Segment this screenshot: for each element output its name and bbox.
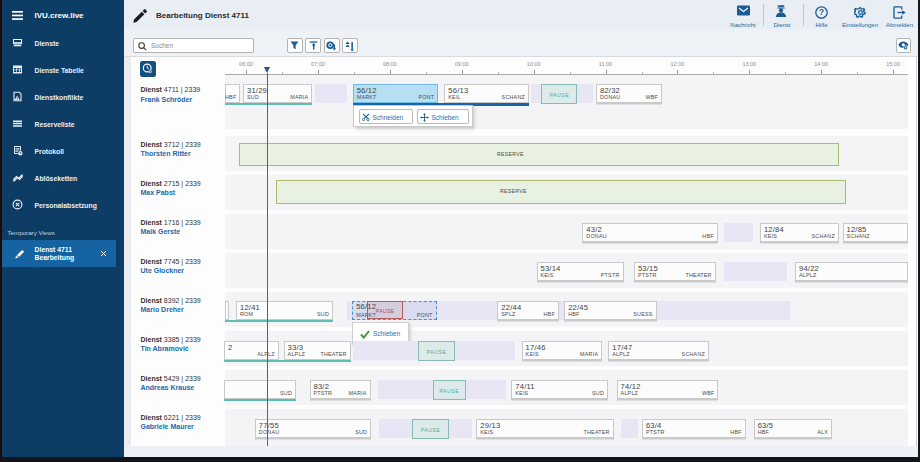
svg-text:?: ? (819, 8, 824, 17)
